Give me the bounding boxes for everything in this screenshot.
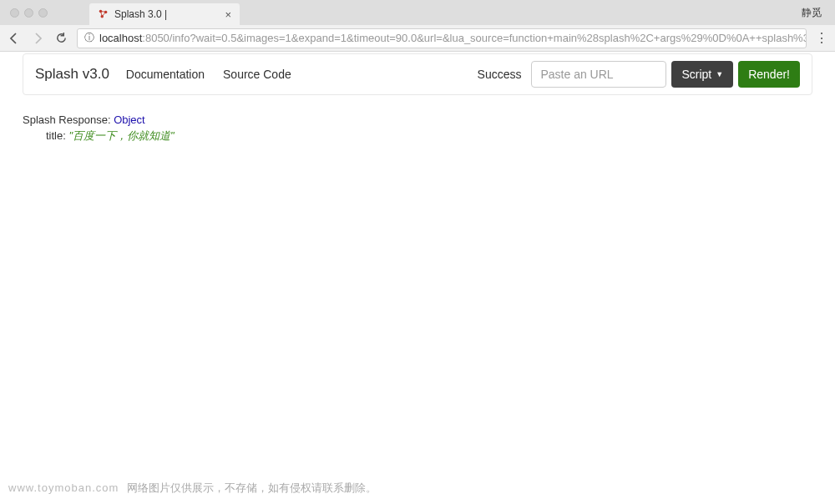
window-minimize-icon[interactable]	[24, 8, 33, 18]
status-label: Success	[478, 68, 522, 81]
footer-domain: www.toymoban.com	[8, 481, 119, 494]
footer-text: 网络图片仅供展示，不存储，如有侵权请联系删除。	[127, 481, 377, 494]
url-host: localhost	[99, 32, 142, 44]
tab-favicon-icon	[98, 8, 109, 20]
browser-tab-strip: Splash 3.0 | × 静觅	[0, 0, 835, 25]
script-dropdown-button[interactable]: Script ▼	[671, 61, 733, 88]
script-button-label: Script	[681, 68, 711, 81]
response-label: Splash Response:	[23, 113, 111, 126]
reload-button[interactable]	[53, 31, 68, 46]
address-bar[interactable]: ⓘ localhost:8050/info?wait=0.5&images=1&…	[77, 28, 807, 48]
caret-down-icon: ▼	[716, 70, 723, 78]
nav-documentation[interactable]: Documentation	[126, 68, 205, 81]
response-key: title:	[46, 129, 66, 142]
render-button[interactable]: Render!	[738, 61, 800, 88]
response-object-link[interactable]: Object	[114, 113, 145, 126]
app-brand: Splash v3.0	[35, 66, 109, 83]
browser-tab[interactable]: Splash 3.0 | ×	[89, 3, 240, 25]
extension-label[interactable]: 静觅	[802, 6, 828, 20]
forward-button[interactable]	[30, 31, 45, 46]
response-row-title: title: "百度一下，你就知道"	[23, 129, 812, 144]
browser-menu-icon[interactable]: ⋮	[815, 30, 828, 46]
browser-toolbar: ⓘ localhost:8050/info?wait=0.5&images=1&…	[0, 25, 835, 52]
svg-line-4	[102, 12, 105, 16]
tab-strip: Splash 3.0 | ×	[89, 0, 240, 25]
response-header: Splash Response: Object	[23, 113, 812, 126]
window-controls	[10, 8, 48, 18]
url-path: :8050/info?wait=0.5&images=1&expand=1&ti…	[142, 32, 807, 44]
tab-close-icon[interactable]: ×	[225, 8, 231, 21]
url-input[interactable]	[531, 61, 666, 88]
tab-title: Splash 3.0 |	[114, 8, 221, 20]
footer-watermark: www.toymoban.com 网络图片仅供展示，不存储，如有侵权请联系删除。	[8, 481, 377, 496]
response-value: "百度一下，你就知道"	[68, 129, 174, 142]
site-info-icon[interactable]: ⓘ	[84, 31, 94, 45]
response-area: Splash Response: Object title: "百度一下，你就知…	[0, 95, 835, 162]
app-navbar: Splash v3.0 Documentation Source Code Su…	[23, 53, 812, 95]
window-close-icon[interactable]	[10, 8, 19, 18]
window-maximize-icon[interactable]	[38, 8, 48, 18]
back-button[interactable]	[7, 31, 22, 46]
nav-source-code[interactable]: Source Code	[223, 68, 291, 81]
